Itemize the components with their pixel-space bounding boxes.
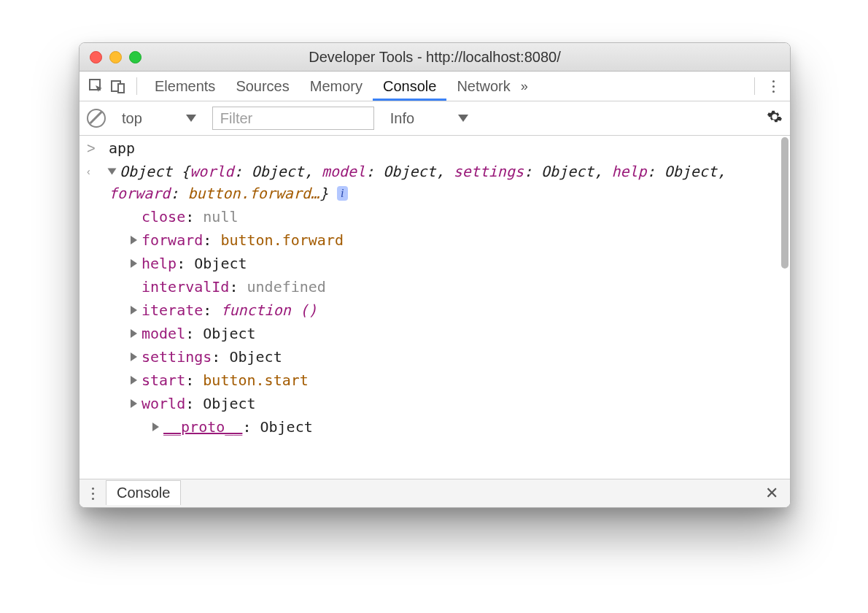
close-window-button[interactable] (90, 51, 102, 63)
panel-tabs: Elements Sources Memory Console Network … (80, 72, 790, 101)
zoom-window-button[interactable] (129, 51, 142, 63)
device-toolbar-icon[interactable] (107, 75, 129, 97)
tabs-divider (136, 77, 137, 95)
window-controls (90, 51, 142, 63)
minimize-window-button[interactable] (109, 51, 122, 63)
more-menu-button[interactable] (762, 75, 784, 97)
console-output: > app ‹ Object {world: Object, model: Ob… (80, 136, 790, 479)
disclosure-triangle-icon[interactable] (131, 306, 137, 315)
disclosure-triangle-icon[interactable] (131, 329, 137, 338)
console-input-text: app (109, 137, 783, 159)
disclosure-triangle-icon[interactable] (131, 259, 137, 268)
title-bar: Developer Tools - http://localhost:8080/ (80, 43, 790, 72)
input-caret-icon: > (87, 137, 109, 159)
tabs-divider-right (754, 77, 755, 95)
context-selector-label: top (122, 110, 142, 127)
filter-input[interactable] (212, 107, 374, 130)
property-key: settings (142, 348, 212, 366)
svg-rect-2 (118, 84, 124, 93)
tab-elements[interactable]: Elements (144, 72, 225, 101)
property-value: null (203, 208, 238, 225)
property-value: Object (229, 348, 282, 366)
property-key: world (142, 395, 185, 412)
property-key: model (142, 325, 185, 342)
object-property[interactable]: start: button.start (80, 368, 790, 391)
disclosure-triangle-icon[interactable] (131, 352, 137, 361)
property-value: Object (203, 395, 255, 412)
object-property[interactable]: model: Object (80, 321, 790, 344)
drawer-tab-console[interactable]: Console (106, 480, 181, 505)
tab-sources[interactable]: Sources (225, 72, 299, 101)
property-key: iterate (142, 301, 203, 319)
property-key: intervalId (142, 278, 229, 296)
property-value: Object (203, 325, 255, 342)
object-property-proto[interactable]: __proto__: Object (80, 415, 790, 438)
property-value: button.forward (220, 231, 344, 249)
tab-console[interactable]: Console (373, 72, 446, 101)
disclosure-triangle-icon[interactable] (131, 399, 137, 408)
property-value: function () (220, 301, 317, 319)
drawer-bar: Console ✕ (80, 479, 790, 507)
tab-memory[interactable]: Memory (300, 72, 373, 101)
property-value: undefined (247, 278, 326, 296)
object-property[interactable]: intervalId: undefined (80, 274, 790, 298)
console-toolbar: top Info (80, 101, 790, 136)
object-property[interactable]: help: Object (80, 251, 790, 274)
console-input-row: > app (80, 136, 790, 159)
scrollbar[interactable] (781, 137, 788, 269)
info-icon[interactable]: i (337, 186, 347, 201)
clear-console-icon[interactable] (87, 109, 106, 128)
tabs-overflow-icon[interactable]: » (521, 79, 528, 94)
console-result-row[interactable]: ‹ Object {world: Object, model: Object, … (80, 159, 790, 204)
loglevel-selector[interactable]: Info (384, 110, 474, 127)
property-key: close (142, 208, 185, 225)
close-drawer-button[interactable]: ✕ (759, 484, 784, 503)
object-property[interactable]: iterate: function () (80, 298, 790, 321)
property-value: button.start (203, 371, 309, 389)
context-selector[interactable]: top (116, 110, 202, 127)
object-property[interactable]: world: Object (80, 391, 790, 415)
tab-network[interactable]: Network (446, 72, 520, 101)
output-caret-icon: ‹ (87, 161, 109, 204)
disclosure-triangle-icon[interactable] (152, 423, 159, 431)
object-property[interactable]: forward: button.forward (80, 228, 790, 251)
property-key: forward (142, 231, 203, 249)
inspect-element-icon[interactable] (85, 75, 107, 97)
disclosure-triangle-icon[interactable] (131, 236, 137, 244)
chevron-down-icon (186, 115, 196, 122)
chevron-down-icon (458, 115, 468, 122)
devtools-window: Developer Tools - http://localhost:8080/… (79, 42, 791, 508)
disclosure-triangle-icon[interactable] (131, 376, 137, 385)
object-property[interactable]: settings: Object (80, 344, 790, 368)
property-key: help (142, 255, 177, 272)
disclosure-triangle-icon[interactable] (108, 169, 117, 175)
loglevel-label: Info (390, 110, 414, 127)
object-property[interactable]: close: null (80, 204, 790, 228)
property-key: start (142, 371, 185, 389)
object-summary[interactable]: Object {world: Object, model: Object, se… (109, 161, 783, 204)
property-value: Object (194, 255, 247, 272)
console-settings-icon[interactable] (767, 109, 783, 128)
drawer-menu-button[interactable] (85, 486, 100, 501)
window-title: Developer Tools - http://localhost:8080/ (80, 49, 790, 66)
